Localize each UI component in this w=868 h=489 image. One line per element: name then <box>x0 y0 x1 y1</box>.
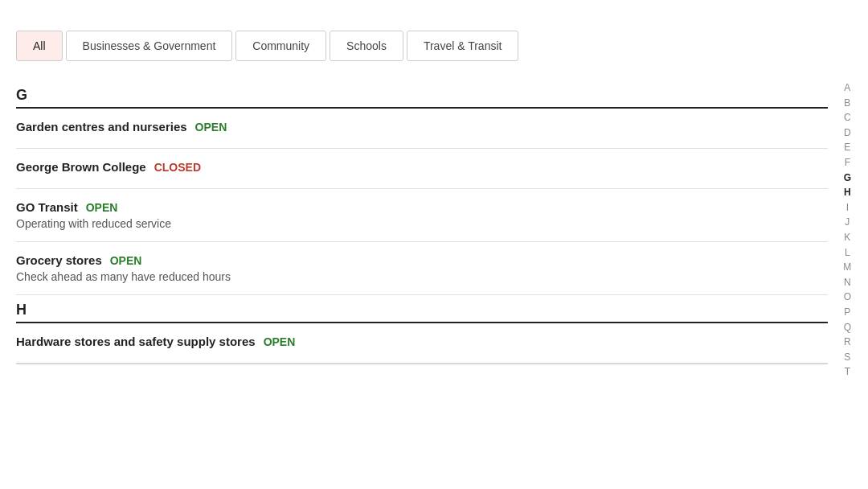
alpha-letter-b[interactable]: B <box>844 96 850 111</box>
notice-title-row: Hardware stores and safety supply stores… <box>16 335 828 348</box>
alpha-letter-t[interactable]: T <box>845 364 850 380</box>
alpha-letter-q[interactable]: Q <box>844 320 851 335</box>
tab-businesses[interactable]: Businesses & Government <box>66 31 233 61</box>
notice-name: Grocery stores <box>16 253 102 267</box>
tab-community[interactable]: Community <box>235 31 326 61</box>
alpha-letter-l[interactable]: L <box>845 245 850 261</box>
notice-name: GO Transit <box>16 200 78 214</box>
notice-title-row: GO TransitOPEN <box>16 200 828 214</box>
notice-item: George Brown CollegeCLOSED <box>16 149 828 189</box>
notice-title-row: George Brown CollegeCLOSED <box>16 160 828 174</box>
notice-title-row: Grocery storesOPEN <box>16 253 828 267</box>
content-area: GGarden centres and nurseriesOPENGeorge … <box>16 80 828 364</box>
notice-name: George Brown College <box>16 160 146 174</box>
filter-tabs-container: AllBusinesses & GovernmentCommunitySchoo… <box>16 31 852 64</box>
alpha-letter-a[interactable]: A <box>844 80 850 96</box>
notice-sub: Check ahead as many have reduced hours <box>16 270 828 283</box>
notice-status: OPEN <box>110 254 142 267</box>
notice-item: Grocery storesOPENCheck ahead as many ha… <box>16 242 828 295</box>
alpha-letter-h[interactable]: H <box>844 185 851 200</box>
alpha-letter-n[interactable]: N <box>844 275 851 290</box>
alpha-letter-e[interactable]: E <box>844 140 850 155</box>
notice-name: Hardware stores and safety supply stores <box>16 335 256 348</box>
alpha-letter-d[interactable]: D <box>844 125 851 141</box>
alpha-letter-m[interactable]: M <box>843 260 851 275</box>
notice-status: OPEN <box>264 335 296 348</box>
notice-item: Garden centres and nurseriesOPEN <box>16 109 828 149</box>
alpha-letter-j[interactable]: J <box>845 215 850 230</box>
notice-title-row: Garden centres and nurseriesOPEN <box>16 120 828 134</box>
notice-item: GO TransitOPENOperating with reduced ser… <box>16 189 828 242</box>
alpha-letter-i[interactable]: I <box>846 200 849 216</box>
notice-status: OPEN <box>195 121 227 134</box>
alpha-letter-r[interactable]: R <box>844 335 851 350</box>
alphabet-sidebar: ABCDEFGHIJKLMNOPQRSTUVWXYZ <box>843 80 852 380</box>
section-letter-h: H <box>16 295 828 323</box>
tab-travel[interactable]: Travel & Transit <box>407 31 519 61</box>
alpha-letter-c[interactable]: C <box>844 110 851 125</box>
alpha-letter-k[interactable]: K <box>844 230 850 245</box>
notice-status: CLOSED <box>154 161 201 174</box>
tab-schools[interactable]: Schools <box>330 31 403 61</box>
alpha-letter-f[interactable]: F <box>845 155 850 171</box>
main-content: GGarden centres and nurseriesOPENGeorge … <box>16 80 852 364</box>
notice-name: Garden centres and nurseries <box>16 120 187 134</box>
alpha-letter-o[interactable]: O <box>844 290 851 305</box>
tab-all[interactable]: All <box>16 31 63 61</box>
alpha-letter-s[interactable]: S <box>844 350 850 365</box>
notice-status: OPEN <box>86 201 118 214</box>
notice-item: Hardware stores and safety supply stores… <box>16 323 828 364</box>
alpha-letter-u[interactable]: U <box>844 380 851 380</box>
notice-sub: Operating with reduced service <box>16 217 828 230</box>
section-letter-g: G <box>16 80 828 109</box>
alpha-letter-g[interactable]: G <box>844 171 851 186</box>
alpha-letter-p[interactable]: P <box>844 305 850 320</box>
